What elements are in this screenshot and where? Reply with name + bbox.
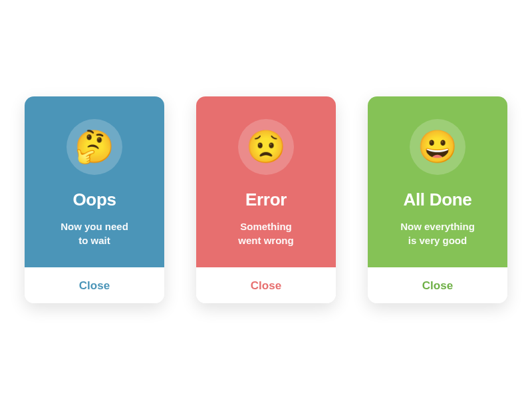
emoji-bubble: 🤔 (66, 119, 122, 175)
close-button[interactable]: Close (368, 267, 507, 303)
card-message: Something went wrong (238, 219, 293, 247)
worried-face-icon: 😟 (246, 131, 286, 163)
card-message: Now everything is very good (400, 219, 475, 247)
card-body: 😟 Error Something went wrong (196, 96, 336, 267)
card-title: Oops (72, 190, 116, 210)
card-message: Now you need to wait (61, 219, 128, 247)
grinning-face-icon: 😀 (418, 131, 458, 163)
status-card-oops: 🤔 Oops Now you need to wait Close (25, 96, 164, 303)
emoji-bubble: 😟 (238, 119, 294, 175)
close-label: Close (79, 279, 110, 292)
card-body: 😀 All Done Now everything is very good (368, 96, 507, 267)
close-button[interactable]: Close (25, 267, 164, 303)
status-cards-row: 🤔 Oops Now you need to wait Close 😟 Erro… (25, 96, 507, 303)
close-button[interactable]: Close (196, 267, 336, 303)
thinking-face-icon: 🤔 (74, 131, 114, 163)
close-label: Close (251, 279, 281, 292)
status-card-error: 😟 Error Something went wrong Close (196, 96, 336, 303)
card-title: All Done (403, 190, 471, 210)
status-card-done: 😀 All Done Now everything is very good C… (368, 96, 507, 303)
card-title: Error (245, 190, 287, 210)
card-body: 🤔 Oops Now you need to wait (25, 96, 164, 267)
close-label: Close (422, 279, 453, 292)
emoji-bubble: 😀 (410, 119, 466, 175)
